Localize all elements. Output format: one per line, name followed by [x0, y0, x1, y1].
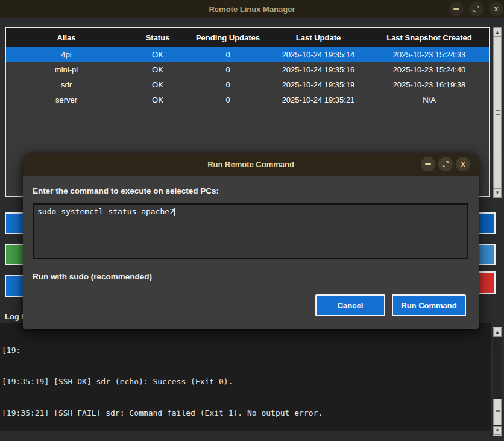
col-header-status[interactable]: Status	[127, 33, 189, 42]
app-title: Remote Linux Manager	[209, 5, 295, 14]
minimize-icon	[453, 8, 459, 10]
table-row[interactable]: mini-pi OK 0 2025-10-24 19:35:16 2025-10…	[6, 62, 489, 77]
run-with-sudo-checkbox[interactable]: Run with sudo (recommended)	[33, 272, 152, 281]
log-line: [19:35:19] [SSH OK] sdr (echo): Success …	[2, 376, 491, 387]
command-text: sudo systemctl status apache2	[37, 207, 174, 216]
scroll-up-icon[interactable]: ▲	[493, 28, 502, 37]
cell-alias: server	[6, 95, 127, 104]
log-line: [19:	[2, 345, 491, 355]
scroll-up-icon[interactable]: ▲	[493, 328, 502, 337]
scroll-down-icon[interactable]: ▼	[493, 188, 502, 197]
cancel-button[interactable]: Cancel	[315, 294, 385, 316]
table-scrollbar-thumb[interactable]	[493, 37, 502, 188]
cell-pending: 0	[189, 65, 267, 74]
table-header-row: Alias Status Pending Updates Last Update…	[6, 28, 489, 47]
dialog-minimize-button[interactable]	[421, 157, 435, 171]
table-scrollbar[interactable]: ▲ ▼	[493, 27, 502, 198]
log-scrollbar-thumb[interactable]	[493, 399, 502, 425]
col-header-pending[interactable]: Pending Updates	[189, 33, 267, 42]
close-icon: x	[494, 5, 499, 13]
run-remote-command-dialog: Run Remote Command x Enter the command t…	[23, 153, 479, 329]
cell-alias: mini-pi	[6, 65, 127, 74]
minimize-button[interactable]	[449, 2, 464, 16]
maximize-icon	[473, 5, 480, 13]
table-row[interactable]: 4pi OK 0 2025-10-24 19:35:14 2025-10-23 …	[6, 47, 489, 62]
cell-pending: 0	[189, 95, 267, 104]
cell-last-update: 2025-10-24 19:35:19	[267, 80, 370, 89]
log-console[interactable]: [19: [19:35:19] [SSH OK] sdr (echo): Suc…	[0, 323, 491, 431]
cell-status: OK	[127, 80, 189, 89]
close-icon: x	[461, 160, 465, 168]
cell-last-update: 2025-10-24 19:35:16	[267, 65, 370, 74]
maximize-icon	[442, 160, 449, 168]
cell-last-update: 2025-10-24 19:35:14	[267, 50, 370, 59]
table-row[interactable]: server OK 0 2025-10-24 19:35:21 N/A	[6, 92, 489, 107]
cell-snapshot: N/A	[370, 95, 489, 104]
table-row[interactable]: sdr OK 0 2025-10-24 19:35:19 2025-10-23 …	[6, 77, 489, 92]
command-prompt-label: Enter the command to execute on selected…	[33, 186, 219, 195]
log-scrollbar[interactable]: ▲ ▼	[493, 327, 502, 436]
dialog-close-button[interactable]: x	[456, 157, 470, 171]
cell-alias: sdr	[6, 80, 127, 89]
cell-status: OK	[127, 65, 189, 74]
cell-last-update: 2025-10-24 19:35:21	[267, 95, 370, 104]
cell-status: OK	[127, 50, 189, 59]
dialog-title: Run Remote Command	[207, 160, 294, 169]
cell-snapshot: 2025-10-23 15:24:40	[370, 65, 489, 74]
col-header-last-update[interactable]: Last Update	[267, 33, 370, 42]
run-command-button[interactable]: Run Command	[392, 294, 466, 316]
close-button[interactable]: x	[489, 2, 503, 16]
scroll-down-icon[interactable]: ▼	[493, 426, 502, 435]
dialog-titlebar: Run Remote Command x	[23, 153, 479, 176]
command-input[interactable]: sudo systemctl status apache2	[33, 203, 468, 259]
minimize-icon	[425, 163, 431, 165]
cell-pending: 0	[189, 80, 267, 89]
cell-status: OK	[127, 95, 189, 104]
cell-pending: 0	[189, 50, 267, 59]
app-titlebar: Remote Linux Manager x	[0, 0, 504, 18]
col-header-alias[interactable]: Alias	[6, 33, 127, 42]
cell-alias: 4pi	[6, 50, 127, 59]
cell-snapshot: 2025-10-23 16:19:38	[370, 80, 489, 89]
col-header-snapshot[interactable]: Last Snapshot Created	[370, 33, 489, 42]
log-line: [19:35:21] [SSH FAIL] sdr: Command faile…	[2, 408, 491, 418]
dialog-maximize-button[interactable]	[438, 157, 453, 171]
text-caret	[174, 208, 175, 216]
maximize-button[interactable]	[469, 2, 484, 16]
cell-snapshot: 2025-10-23 15:24:33	[370, 50, 489, 59]
